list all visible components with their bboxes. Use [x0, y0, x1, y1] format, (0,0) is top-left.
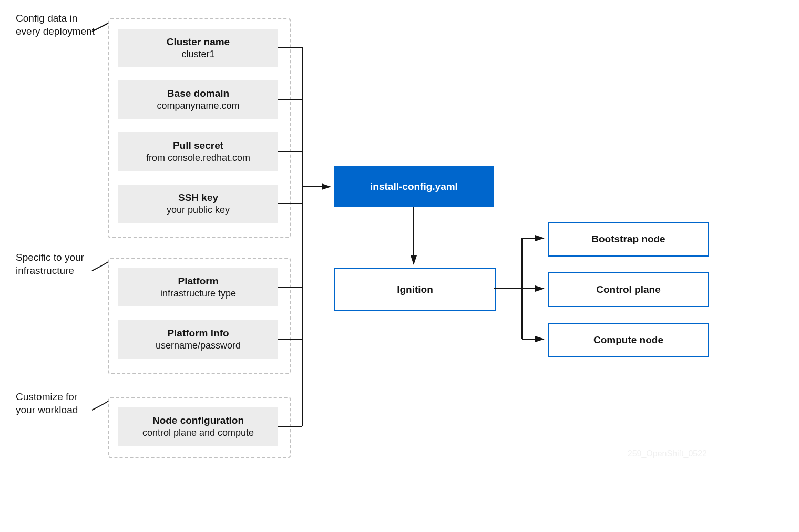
connectors: [0, 0, 799, 532]
